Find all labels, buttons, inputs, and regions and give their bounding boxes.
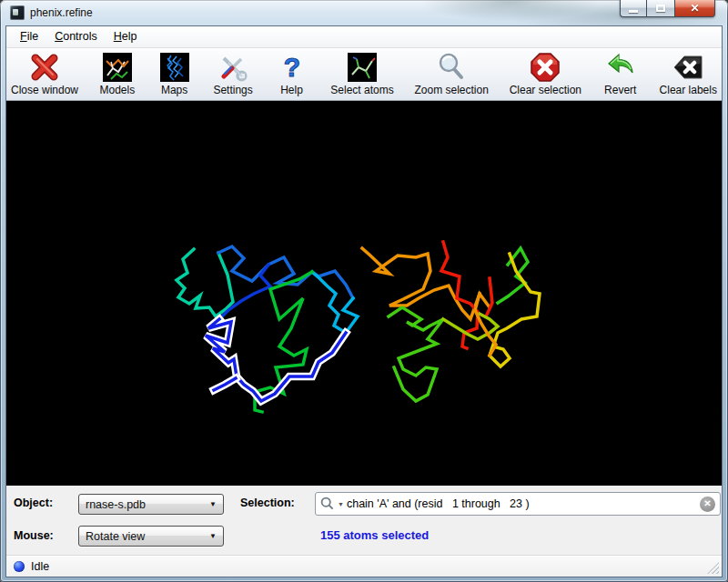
tool-label: Maps <box>161 84 187 96</box>
search-options-chevron-icon[interactable]: ▼ <box>338 501 344 507</box>
selection-input[interactable] <box>347 497 697 510</box>
tool-label: Close window <box>11 84 78 96</box>
right-red-strand <box>487 278 492 315</box>
help-icon: ? <box>277 52 308 83</box>
close-window-icon <box>29 52 60 83</box>
chevron-down-icon: ▼ <box>209 532 217 540</box>
menubar: File Controls Help <box>6 26 722 48</box>
select-atoms-icon <box>347 52 378 83</box>
mouse-dropdown-value: Rotate view <box>86 530 145 543</box>
window-controls: ✕ <box>620 0 715 17</box>
right-green-upper <box>498 248 528 303</box>
zoom-selection-button[interactable]: Zoom selection <box>414 52 488 96</box>
object-dropdown[interactable]: rnase-s.pdb ▼ <box>78 494 224 515</box>
statusbar: Idle <box>6 555 722 577</box>
toolbar: Close window Models <box>6 48 722 101</box>
right-orange-loop <box>362 248 490 319</box>
app-icon <box>10 5 25 20</box>
tool-label: Select atoms <box>330 84 393 96</box>
status-text: Idle <box>31 560 49 573</box>
menu-file[interactable]: File <box>12 27 46 45</box>
control-panel: Object: rnase-s.pdb ▼ Selection: ▼ ✕ Mou… <box>6 486 722 555</box>
tool-label: Zoom selection <box>414 84 488 96</box>
menu-controls[interactable]: Controls <box>46 27 106 45</box>
object-dropdown-value: rnase-s.pdb <box>86 498 146 511</box>
close-icon: ✕ <box>690 3 699 14</box>
client-area: File Controls Help Close window <box>5 25 723 577</box>
clear-selection-icon <box>530 52 561 83</box>
maximize-button[interactable] <box>647 0 674 17</box>
tool-label: Help <box>280 84 303 96</box>
close-window-button[interactable]: Close window <box>11 52 78 96</box>
maps-icon <box>159 52 190 83</box>
models-button[interactable]: Models <box>99 52 136 96</box>
object-label: Object: <box>14 497 53 509</box>
close-button[interactable]: ✕ <box>674 0 715 17</box>
atoms-selected-status: 155 atoms selected <box>320 528 429 542</box>
zoom-selection-icon <box>436 52 467 83</box>
clear-labels-button[interactable]: Clear labels <box>660 52 717 96</box>
help-button[interactable]: ? Help <box>274 52 310 96</box>
molecule-render <box>6 101 722 487</box>
mouse-dropdown[interactable]: Rotate view ▼ <box>78 526 224 547</box>
right-yellow-loop <box>490 254 540 366</box>
models-icon <box>102 52 133 83</box>
chevron-down-icon: ▼ <box>209 500 217 508</box>
select-atoms-button[interactable]: Select atoms <box>330 52 393 96</box>
revert-button[interactable]: Revert <box>602 52 639 96</box>
app-window: phenix.refine ✕ File Controls Help <box>0 0 728 582</box>
revert-icon <box>605 52 636 83</box>
titlebar[interactable]: phenix.refine ✕ <box>0 0 728 25</box>
left-cyan-edge <box>312 272 358 333</box>
right-red-top <box>441 242 478 348</box>
right-green-blob <box>389 307 443 401</box>
resize-grip[interactable] <box>707 562 719 574</box>
settings-button[interactable]: Settings <box>213 52 252 96</box>
tool-label: Models <box>99 84 135 96</box>
search-icon[interactable] <box>320 497 335 511</box>
tool-label: Clear selection <box>510 84 581 96</box>
left-teal-loop <box>177 249 233 316</box>
settings-icon <box>217 52 248 83</box>
tool-label: Revert <box>604 84 636 96</box>
clear-selection-button[interactable]: Clear selection <box>510 52 581 96</box>
window-title: phenix.refine <box>30 6 93 19</box>
svg-text:?: ? <box>283 52 299 82</box>
tool-label: Clear labels <box>660 84 717 96</box>
maximize-icon <box>656 5 665 12</box>
clear-search-icon[interactable]: ✕ <box>700 497 715 512</box>
mouse-label: Mouse: <box>14 529 54 542</box>
status-idle-icon <box>14 561 25 572</box>
minimize-icon <box>629 10 638 13</box>
molecule-viewport[interactable] <box>6 101 722 487</box>
maps-button[interactable]: Maps <box>157 52 193 96</box>
selection-label: Selection: <box>240 497 295 509</box>
clear-labels-icon <box>672 52 703 83</box>
tool-label: Settings <box>213 84 252 96</box>
minimize-button[interactable] <box>620 0 647 17</box>
selection-searchbox: ▼ ✕ <box>315 492 721 516</box>
menu-help[interactable]: Help <box>106 27 146 45</box>
